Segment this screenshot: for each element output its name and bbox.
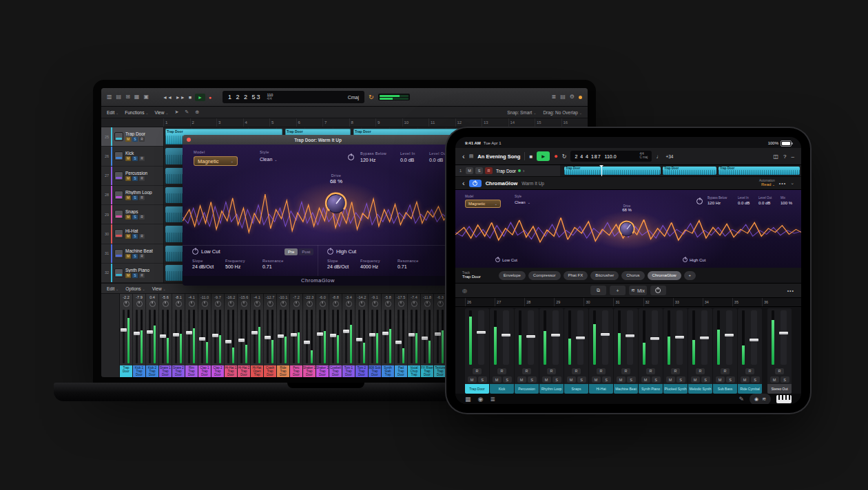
mute-button[interactable]: M [716, 376, 725, 383]
project-title[interactable]: An Evening Song [477, 153, 520, 160]
volume-fader[interactable] [254, 310, 256, 363]
volume-fader[interactable] [437, 310, 439, 363]
forward-button[interactable]: ►► [176, 95, 185, 100]
inspector-icon[interactable]: ▤ [116, 94, 122, 100]
channel-name[interactable]: Clap 2 Trap Door [211, 365, 224, 377]
pan-knob[interactable] [424, 301, 431, 307]
channel-strip[interactable]: -15.6 Hi-Hat 2 [238, 294, 250, 377]
channel-name[interactable]: Rim Trap Door [185, 365, 198, 377]
record-enable-button[interactable]: R [775, 368, 784, 374]
track-header[interactable]: 25 Trap Door M S R [101, 127, 163, 147]
track-name[interactable]: Trap Door [496, 169, 516, 173]
bypass-below-value[interactable]: 120 Hz [707, 201, 727, 205]
pan-knob[interactable] [385, 301, 391, 307]
low-cut-resonance-value[interactable]: 0.71 [262, 264, 284, 269]
mute-button[interactable]: M [125, 254, 131, 259]
mixer-channel-strip[interactable]: R M S Sub Bass [713, 308, 737, 394]
channel-name[interactable]: Snare 2 Trap Door [172, 365, 185, 377]
volume-fader[interactable] [293, 310, 295, 363]
fader-cap[interactable] [317, 332, 323, 336]
solo-button[interactable]: S [132, 273, 138, 278]
mute-button[interactable]: M [592, 376, 601, 383]
solo-button[interactable]: S [132, 176, 138, 181]
pan-knob[interactable] [254, 301, 260, 307]
mute-button[interactable]: M [125, 215, 131, 220]
channel-strip[interactable]: -22.3 Shaker 1 [303, 294, 316, 377]
drive-knob[interactable] [322, 190, 350, 217]
channel-strip[interactable]: -12.7 Crash Tra [264, 294, 276, 377]
channel-strip[interactable]: -11.0 Clap 1 Tr [198, 294, 211, 377]
fader-cap[interactable] [477, 331, 486, 334]
channel-strip[interactable]: -5.8 Synth Stab [382, 294, 394, 377]
fader-cap[interactable] [134, 332, 140, 335]
pan-knob[interactable] [320, 301, 326, 307]
volume-fader[interactable] [371, 310, 373, 363]
rewind-button[interactable]: ◄◄ [163, 95, 172, 100]
volume-fader[interactable] [478, 310, 484, 365]
solo-button[interactable]: S [132, 195, 138, 200]
channel-name[interactable]: Shaker 1 Trap Door [303, 365, 316, 377]
fader-cap[interactable] [238, 339, 245, 342]
mixer-channel-strip[interactable]: R M S Rhythm Loop [539, 308, 564, 394]
plugin-chain-button[interactable]: Envelope [499, 271, 526, 280]
mixer-channel-strip[interactable]: R M S Hi-Hat [589, 308, 613, 394]
mute-button[interactable]: M [125, 156, 131, 161]
volume-fader[interactable] [227, 310, 229, 363]
channel-name[interactable]: Melodic Synth [688, 384, 712, 394]
channel-name[interactable]: Synth Piano [639, 384, 663, 394]
plugin-chain-button[interactable]: Bitcrusher [590, 271, 619, 280]
lcd-display[interactable]: 2 4 4 187 110.0 4/4 C maj [570, 151, 652, 162]
mute-button[interactable]: M [125, 137, 131, 142]
solo-button[interactable]: S [132, 215, 138, 220]
volume-fader[interactable] [123, 310, 125, 363]
drive-knob[interactable] [617, 219, 637, 239]
audio-region[interactable]: Trap Door [663, 167, 716, 175]
mix-value[interactable]: 100 % [781, 201, 792, 205]
mute-button[interactable]: M [567, 376, 576, 383]
record-enable-button[interactable]: R [572, 368, 581, 374]
record-enable-button[interactable]: R [139, 176, 145, 181]
record-enable-button[interactable]: R [139, 195, 145, 200]
low-cut-power-icon[interactable] [192, 248, 198, 255]
mixer-channel-strip[interactable]: R M S Synth Piano [639, 308, 663, 394]
mute-button[interactable]: M [125, 176, 131, 181]
volume-fader[interactable] [424, 310, 426, 363]
volume-fader[interactable] [188, 310, 190, 363]
pan-knob[interactable] [189, 301, 195, 307]
fader-cap[interactable] [160, 334, 166, 338]
mute-button[interactable]: M [125, 234, 131, 239]
mute-button[interactable]: M [125, 195, 131, 200]
volume-fader[interactable] [280, 310, 282, 363]
more-icon[interactable]: ••• [779, 181, 786, 186]
more-icon[interactable]: ••• [787, 288, 794, 293]
track-header[interactable]: 32 Synth Piano M S R [101, 264, 163, 283]
channel-name[interactable]: Texture Trap Door [434, 365, 446, 377]
mute-button[interactable]: M [466, 167, 473, 174]
fader-cap[interactable] [369, 333, 375, 337]
channel-name[interactable]: Cowbell Trap Door [329, 365, 342, 377]
record-enable-button[interactable]: R [646, 368, 655, 374]
track-header[interactable]: 29 Snaps M S R [101, 205, 163, 224]
volume-fader[interactable] [751, 310, 757, 365]
library-icon[interactable]: ▥ [107, 94, 112, 100]
record-enable-button[interactable]: R [139, 254, 145, 259]
duplicate-icon[interactable]: ⧉ [590, 286, 606, 295]
pan-knob[interactable] [163, 301, 169, 307]
high-cut-power-icon[interactable] [683, 257, 688, 262]
channel-strip[interactable]: -17.5 Pad Trap [395, 294, 407, 377]
pointer-tool-icon[interactable]: ➤ [174, 109, 178, 115]
low-cut-frequency-value[interactable]: 500 Hz [225, 264, 245, 269]
channel-name[interactable]: Hi-Hat 1 Trap Door [225, 365, 237, 377]
record-enable-button[interactable]: R [485, 167, 493, 174]
fader-cap[interactable] [173, 333, 179, 337]
pan-knob[interactable] [176, 301, 182, 307]
post-button[interactable]: Post [298, 248, 313, 255]
fader-cap[interactable] [330, 334, 336, 337]
mute-button[interactable]: M [617, 376, 626, 383]
channel-name[interactable]: Ride Trap Door [277, 365, 289, 377]
volume-fader[interactable] [358, 310, 360, 363]
pan-knob[interactable] [333, 301, 339, 307]
play-button[interactable]: ► [195, 94, 205, 101]
audio-region[interactable]: Trap Door [719, 167, 800, 175]
high-cut-slope-value[interactable]: 24 dB/Oct [327, 264, 349, 269]
